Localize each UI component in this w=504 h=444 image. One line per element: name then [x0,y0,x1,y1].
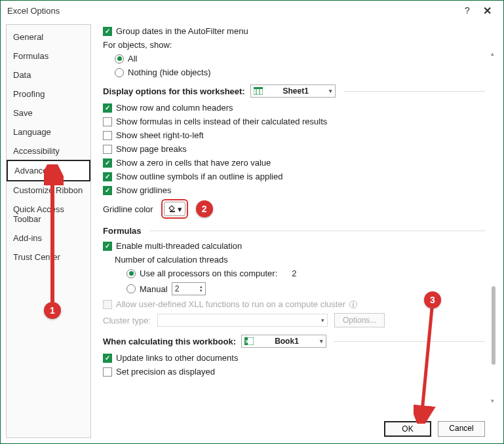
section-display-worksheet: Display options for this worksheet: Shee… [103,79,485,101]
sidebar-item-addins[interactable]: Add-ins [7,229,90,248]
checkbox-icon[interactable] [103,367,112,377]
checkbox-icon[interactable] [103,242,112,251]
checkbox-show-gridlines[interactable]: Show gridlines [103,183,485,197]
sidebar: General Formulas Data Proofing Save Lang… [6,24,91,438]
close-icon[interactable]: ✕ [477,5,497,17]
sidebar-item-formulas[interactable]: Formulas [7,46,90,65]
cancel-button[interactable]: Cancel [438,421,485,437]
label-for-objects: For objects, show: [103,38,485,52]
radio-label: All [128,54,137,64]
svg-rect-1 [254,87,263,89]
checkbox-icon[interactable] [103,186,112,195]
callout-badge-1: 1 [44,302,61,319]
sidebar-item-save[interactable]: Save [7,103,90,122]
sidebar-item-advanced[interactable]: Advanced [7,160,90,181]
chevron-down-icon: ▾ [329,88,332,94]
checkbox-icon[interactable] [103,117,112,126]
checkbox-icon[interactable] [103,103,112,113]
processor-count: 2 [292,268,296,278]
sidebar-item-language[interactable]: Language [7,122,90,141]
excel-file-icon: X [244,337,254,346]
checkbox-group-dates[interactable]: Group dates in the AutoFilter menu [103,24,485,38]
radio-use-all[interactable]: Use all processors on this computer: 2 [126,267,485,280]
spinner-arrows-icon[interactable]: ▴▾ [200,285,203,293]
checkbox-icon[interactable] [103,172,112,181]
cluster-options-button: Options... [334,313,385,327]
excel-options-dialog: Excel Options ? ✕ General Formulas Data … [0,0,504,444]
help-icon[interactable]: ? [457,5,477,16]
sidebar-item-general[interactable]: General [7,28,90,46]
dropdown-value: Sheet1 [283,86,309,96]
checkbox-icon[interactable] [103,27,112,36]
sidebar-item-data[interactable]: Data [7,65,90,84]
scroll-thumb[interactable] [492,286,495,365]
checkbox-update-links[interactable]: Update links to other documents [103,351,485,365]
radio-icon[interactable] [115,54,124,64]
checkbox-set-precision[interactable]: Set precision as displayed [103,365,485,379]
chevron-down-icon: ▾ [320,338,323,344]
sidebar-item-customize-ribbon[interactable]: Customize Ribbon [7,181,90,200]
callout-highlight-2: ▾ [161,199,188,219]
checkbox-icon[interactable] [103,145,112,154]
ok-button[interactable]: OK [384,421,431,437]
callout-badge-2: 2 [196,200,213,217]
sidebar-item-proofing[interactable]: Proofing [7,84,90,103]
callout-badge-3: 3 [424,291,441,308]
sidebar-item-trust-center[interactable]: Trust Center [7,248,90,267]
radio-icon[interactable] [126,269,136,278]
checkbox-icon[interactable] [103,131,112,140]
gridline-color-picker[interactable]: ▾ [164,202,185,216]
chevron-down-icon: ▾ [178,204,182,214]
checkbox-icon[interactable] [103,158,112,168]
label-num-threads: Number of calculation threads [115,253,485,267]
svg-text:X: X [245,339,249,344]
checkbox-show-headers[interactable]: Show row and column headers [103,101,485,115]
vertical-scrollbar[interactable]: ▴ ▾ [489,50,495,405]
dialog-footer: OK Cancel [384,421,485,437]
checkbox-label: Group dates in the AutoFilter menu [116,26,248,36]
sheet-icon [254,86,263,96]
bucket-icon [167,204,176,215]
radio-label: Nothing (hide objects) [128,67,210,77]
checkbox-show-outline[interactable]: Show outline symbols if an outline is ap… [103,170,485,183]
manual-threads-spinner[interactable]: 2 ▴▾ [172,282,206,295]
cluster-type-dropdown: ▾ [157,314,328,327]
checkbox-icon [103,300,112,309]
worksheet-dropdown[interactable]: Sheet1 ▾ [250,84,336,98]
sidebar-item-accessibility[interactable]: Accessibility [7,141,90,160]
section-formulas: Formulas [103,221,485,239]
info-icon[interactable]: i [349,301,357,308]
checkbox-show-rtl[interactable]: Show sheet right-to-left [103,128,485,142]
section-calc-workbook: When calculating this workbook: X Book1 … [103,329,485,351]
titlebar: Excel Options ? ✕ [1,1,503,20]
checkbox-show-zero[interactable]: Show a zero in cells that have zero valu… [103,156,485,170]
radio-objects-all[interactable]: All [115,52,485,65]
chevron-down-icon: ▾ [321,317,324,324]
checkbox-icon[interactable] [103,354,112,363]
checkbox-show-formulas[interactable]: Show formulas in cells instead of their … [103,115,485,128]
radio-icon[interactable] [115,68,124,77]
checkbox-enable-mt[interactable]: Enable multi-threaded calculation [103,239,485,253]
content-panel: Group dates in the AutoFilter menu For o… [95,24,498,438]
radio-objects-nothing[interactable]: Nothing (hide objects) [115,65,485,79]
workbook-dropdown[interactable]: X Book1 ▾ [241,335,326,348]
sidebar-item-quick-access[interactable]: Quick Access Toolbar [7,200,90,229]
scroll-down-icon[interactable]: ▾ [489,398,495,405]
radio-icon[interactable] [126,284,136,293]
row-cluster-type: Cluster type: ▾ Options... [103,311,485,329]
scroll-up-icon[interactable]: ▴ [489,50,495,58]
checkbox-show-breaks[interactable]: Show page breaks [103,142,485,156]
dialog-title: Excel Options [7,6,60,16]
row-gridline-color: Gridline color ▾ 2 [103,197,485,221]
